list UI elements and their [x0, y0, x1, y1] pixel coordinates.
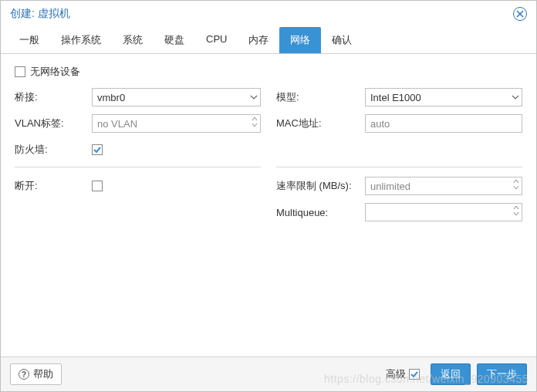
tab-memory[interactable]: 内存 — [238, 27, 279, 53]
rate-limit-label: 速率限制 (MB/s): — [276, 179, 365, 193]
vlan-field[interactable]: no VLAN — [92, 114, 261, 133]
no-network-label: 无网络设备 — [30, 65, 80, 79]
multiqueue-label: Multiqueue: — [276, 207, 365, 218]
next-button[interactable]: 下一步 — [477, 363, 527, 385]
advanced-toggle: 高级 — [386, 367, 424, 381]
divider — [15, 167, 261, 167]
form-content: 无网络设备 桥接: vmbr0 VLAN标签: no VLAN — [1, 54, 536, 357]
tab-system[interactable]: 系统 — [112, 27, 154, 53]
bridge-label: 桥接: — [15, 90, 92, 104]
dialog-header: 创建: 虚拟机 — [1, 1, 536, 27]
model-combo[interactable]: Intel E1000 — [365, 88, 522, 106]
rate-limit-field[interactable]: unlimited — [365, 177, 522, 195]
left-column: 桥接: vmbr0 VLAN标签: no VLAN — [15, 88, 261, 229]
tab-disk[interactable]: 硬盘 — [154, 27, 195, 53]
close-button[interactable] — [513, 7, 527, 21]
dialog-footer: ? 帮助 高级 返回 下一步 — [1, 357, 536, 391]
tab-general[interactable]: 一般 — [8, 27, 50, 53]
close-icon — [516, 10, 524, 18]
mac-label: MAC地址: — [276, 117, 365, 130]
model-label: 模型: — [276, 90, 365, 104]
help-icon: ? — [19, 369, 29, 380]
no-network-checkbox[interactable] — [15, 66, 25, 77]
right-column: 模型: Intel E1000 MAC地址: auto 速率限制 (MB/s): — [276, 88, 522, 229]
help-button[interactable]: ? 帮助 — [10, 363, 62, 385]
bridge-combo[interactable]: vmbr0 — [92, 88, 261, 106]
form-grid: 桥接: vmbr0 VLAN标签: no VLAN — [15, 88, 522, 229]
tab-confirm[interactable]: 确认 — [321, 27, 363, 53]
tab-cpu[interactable]: CPU — [195, 27, 238, 53]
advanced-checkbox[interactable] — [409, 369, 420, 380]
firewall-label: 防火墙: — [15, 143, 92, 157]
tab-bar: 一般 操作系统 系统 硬盘 CPU 内存 网络 确认 — [1, 27, 536, 54]
firewall-checkbox[interactable] — [92, 144, 103, 155]
divider — [276, 167, 522, 167]
dialog-title: 创建: 虚拟机 — [10, 7, 70, 21]
tab-os[interactable]: 操作系统 — [50, 27, 112, 53]
disconnect-label: 断开: — [15, 179, 92, 193]
create-vm-dialog: 创建: 虚拟机 一般 操作系统 系统 硬盘 CPU 内存 网络 确认 无网络设备… — [0, 0, 537, 392]
no-network-row: 无网络设备 — [15, 65, 522, 79]
back-button[interactable]: 返回 — [431, 363, 471, 385]
disconnect-checkbox[interactable] — [92, 181, 103, 191]
vlan-label: VLAN标签: — [15, 117, 92, 130]
mac-field[interactable]: auto — [365, 114, 522, 133]
multiqueue-field[interactable] — [365, 203, 522, 221]
tab-network[interactable]: 网络 — [279, 27, 321, 53]
